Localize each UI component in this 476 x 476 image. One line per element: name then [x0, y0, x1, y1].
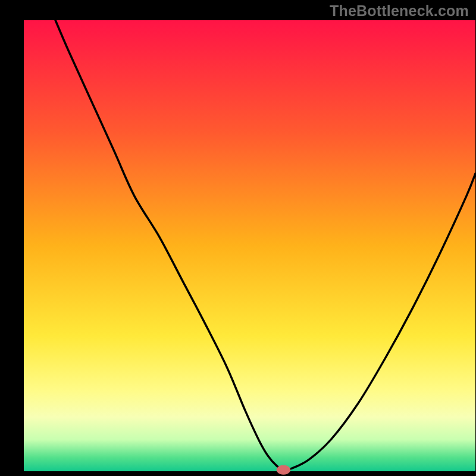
bottleneck-chart: [0, 0, 476, 476]
minimum-marker: [277, 465, 290, 474]
chart-frame: TheBottleneck.com: [0, 0, 476, 476]
attribution-label: TheBottleneck.com: [330, 2, 469, 20]
plot-background: [24, 20, 475, 471]
